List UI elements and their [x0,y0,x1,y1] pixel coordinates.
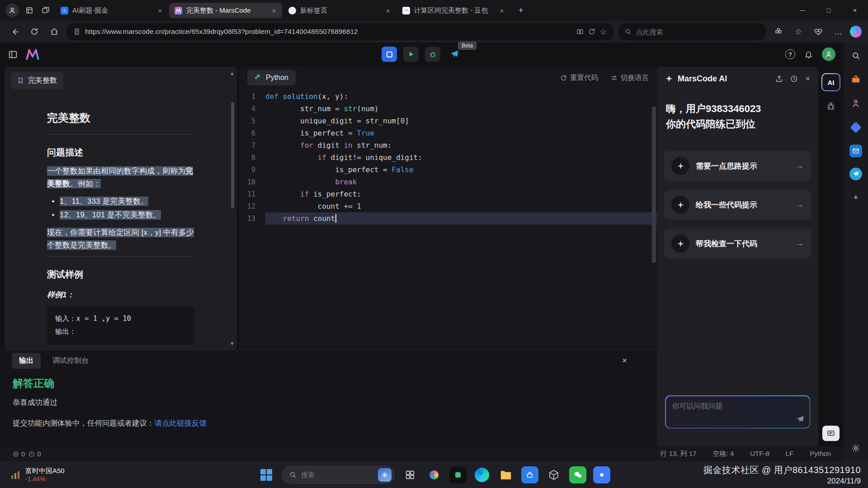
url-text[interactable]: https://www.marscode.cn/practice/65x39dr… [85,28,572,36]
debug-button[interactable] [425,47,440,62]
tab-juejin[interactable]: AI刷题-掘金 × [55,3,168,18]
close-window-button[interactable]: × [842,0,868,21]
minimize-button[interactable]: ─ [789,0,816,21]
sidebar-gem-icon[interactable] [849,121,863,134]
code-line[interactable]: 9 is_perfect = False [239,164,657,176]
file-explorer-icon[interactable] [497,466,514,483]
sidebar-settings-icon[interactable] [849,441,863,455]
refresh-button[interactable] [26,23,42,40]
taskbar-widget[interactable]: 富时中国A50 -1.44% [10,467,65,483]
run-button[interactable] [403,47,419,62]
ai-suggestion-code-hint[interactable]: 给我一些代码提示 → [664,190,811,220]
code-line[interactable]: 12 count += 1 [239,200,657,212]
problem-scrollbar[interactable] [231,102,234,208]
workspaces-icon[interactable] [22,3,37,18]
code-line[interactable]: 6 is_perfect = True [239,127,657,139]
help-icon[interactable]: ? [785,49,795,59]
sidebar-person-icon[interactable] [849,97,863,110]
scroll-up-icon[interactable]: ▲ [230,70,235,76]
copilot-icon[interactable] [850,26,862,38]
chat-float-button[interactable] [822,426,840,441]
output-close-icon[interactable]: × [622,356,627,366]
code-line[interactable]: 1def solution(x, y): [239,90,657,103]
settings-more-icon[interactable]: … [830,23,846,40]
tab-actions-icon[interactable] [38,3,53,18]
ai-close-icon[interactable]: × [805,74,810,84]
favorites-bar-icon[interactable]: ☆ [790,23,807,40]
taskbar-search[interactable] [282,466,395,484]
maximize-button[interactable]: □ [816,0,842,21]
sidebar-toggle-icon[interactable] [8,50,18,59]
export-chat-icon[interactable] [775,75,783,83]
reset-code-button[interactable]: 重置代码 [560,73,598,83]
debug-ant-icon[interactable] [826,101,836,111]
edge-app-icon[interactable] [473,466,491,483]
code-line[interactable]: 10 break [239,176,657,188]
feedback-link[interactable]: 请点此链接反馈 [155,419,207,427]
language-mode[interactable]: Python [810,450,831,458]
code-line[interactable]: 4 str_num = str(num) [239,103,657,115]
history-icon[interactable] [790,75,798,83]
warning-count[interactable]: 0 [28,450,41,458]
mail-app-icon[interactable] [593,466,610,483]
switch-language-button[interactable]: 切换语言 [611,73,649,83]
browser-essentials-icon[interactable] [810,23,826,40]
scroll-down-icon[interactable]: ▼ [230,341,235,346]
ai-question-input[interactable] [672,402,788,410]
taskbar-search-input[interactable] [301,471,373,479]
code-line[interactable]: 7 for digit in str_num: [239,139,657,151]
editor-scrollbar[interactable] [652,107,656,263]
cube-app-icon[interactable] [545,466,562,483]
site-info-icon[interactable] [73,28,80,35]
encoding[interactable]: UTF-8 [750,450,769,458]
tab-close-icon[interactable]: × [497,6,506,15]
browser-profile-avatar[interactable] [5,4,19,17]
wechat-app-icon[interactable] [569,466,586,483]
stop-button[interactable] [382,47,397,62]
tab-doubao[interactable]: 计算区间完美整数 - 豆包 × [397,3,510,18]
sidebar-search-icon[interactable] [849,49,863,62]
cursor-position[interactable]: 行 13, 列 17 [660,450,697,458]
code-line[interactable]: 5 unique_digit = str_num[0] [239,115,657,127]
address-bar[interactable]: https://www.marscode.cn/practice/65x39dr… [66,23,614,40]
user-avatar[interactable] [822,47,835,61]
code-line[interactable]: 8 if digit!= unique_digit: [239,151,657,164]
sidebar-toolbox-icon[interactable] [849,73,863,86]
language-pill[interactable]: Python [247,70,296,85]
tab-close-icon[interactable]: × [156,6,165,15]
toolbar-search-input[interactable] [636,28,760,36]
split-screen-icon[interactable] [576,28,584,35]
sidebar-mail-icon[interactable] [849,145,862,157]
home-button[interactable] [46,23,62,40]
new-tab-button[interactable]: + [514,3,528,18]
tab-close-icon[interactable]: × [269,6,278,15]
ai-input-box[interactable] [665,395,810,428]
task-view-button[interactable] [401,466,419,483]
sidebar-add-icon[interactable]: + [849,191,863,204]
back-button[interactable] [6,23,23,40]
toolbar-search[interactable] [618,23,767,40]
send-icon[interactable] [796,415,804,423]
marscode-logo[interactable] [26,49,39,60]
notes-app-icon[interactable] [449,466,467,483]
add-favorite-icon[interactable]: ☆ [600,27,607,37]
eol-setting[interactable]: LF [786,450,794,458]
start-button[interactable] [258,466,275,483]
code-line-current[interactable]: 13 return count [239,212,657,225]
problem-bookmark-pill[interactable]: 完美整数 [11,72,63,89]
code-area[interactable]: 1def solution(x, y): 4 str_num = str(num… [239,89,657,350]
submit-button[interactable]: Beta [447,47,462,62]
sidebar-telegram-icon[interactable] [849,168,862,180]
ai-suggestion-hint[interactable]: 需要一点思路提示 → [664,151,811,181]
notifications-bell-icon[interactable] [804,50,813,59]
code-line[interactable]: 11 if is_perfect: [239,188,657,200]
photos-app-icon[interactable] [425,466,443,483]
extensions-icon[interactable] [770,23,787,40]
tab-marscode[interactable]: 完美整数 - MarsCode × [169,3,282,18]
tab-newtab[interactable]: 新标签页 × [283,3,396,18]
tab-output[interactable]: 输出 [12,353,41,369]
tab-debug-console[interactable]: 调试控制台 [52,356,89,366]
indent-setting[interactable]: 空格: 4 [713,450,734,458]
error-count[interactable]: 0 [13,450,25,458]
ai-suggestion-review[interactable]: 帮我检查一下代码 → [664,229,811,258]
